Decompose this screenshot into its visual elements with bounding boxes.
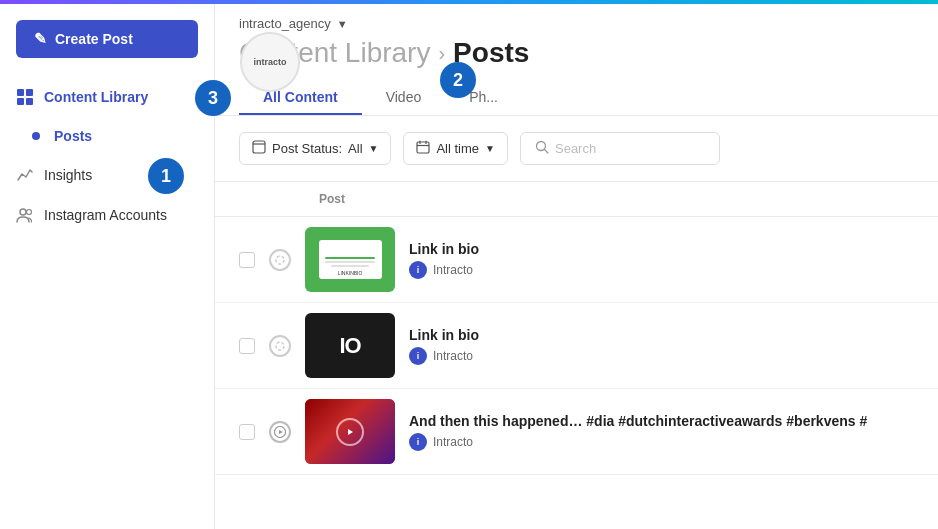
create-post-button[interactable]: ✎ Create Post [16,20,198,58]
svg-marker-18 [348,429,353,435]
account-selector[interactable]: intracto_agency ▼ [239,16,914,31]
sidebar: ✎ Create Post Content Library [0,4,215,529]
svg-point-4 [20,209,26,215]
column-post-label: Post [319,192,345,206]
post-status-filter[interactable]: Post Status: All ▼ [239,132,391,165]
table-header: Post [215,182,938,217]
tabs: All Content Video Ph... [239,81,914,115]
row-checkbox-1[interactable] [239,252,255,268]
account-name-3: Intracto [433,435,473,449]
posts-label: Posts [54,128,92,144]
account-name: intracto_agency [239,16,331,31]
instagram-accounts-label: Instagram Accounts [44,207,167,223]
svg-point-15 [276,342,284,350]
row-status-3 [269,421,291,443]
post-status-value: All [348,141,362,156]
tab-video[interactable]: Video [362,81,446,115]
content-library-label: Content Library [44,89,148,105]
svg-rect-6 [253,141,265,153]
post-status-label: Post Status: [272,141,342,156]
calendar-icon [416,140,430,157]
svg-rect-8 [417,142,429,153]
post-info-1: Link in bio i Intracto [409,241,914,279]
account-avatar-3: i [409,433,427,451]
grid-icon [16,88,34,106]
annotation-badge-1: 1 [148,158,184,194]
breadcrumb-separator: › [438,42,445,65]
post-title-2: Link in bio [409,327,914,343]
chart-icon [16,166,34,184]
sidebar-nav: Content Library Posts Insights [0,78,214,234]
search-icon [535,140,549,157]
dot-icon [32,132,40,140]
insights-label: Insights [44,167,92,183]
table-row: IO Link in bio i Intracto [215,303,938,389]
users-icon [16,206,34,224]
row-status-2 [269,335,291,357]
svg-line-13 [544,150,548,154]
svg-rect-0 [17,89,24,96]
row-checkbox-3[interactable] [239,424,255,440]
sidebar-item-instagram-accounts[interactable]: Instagram Accounts [0,196,214,234]
filters-bar: Post Status: All ▼ All time ▼ [215,116,938,182]
post-thumbnail-3 [305,399,395,464]
svg-rect-1 [26,89,33,96]
sidebar-item-content-library[interactable]: Content Library [0,78,214,116]
svg-rect-3 [26,98,33,105]
filter-icon [252,140,266,157]
post-status-chevron: ▼ [369,143,379,154]
svg-rect-2 [17,98,24,105]
sidebar-item-posts[interactable]: Posts [0,118,214,154]
post-account-3: i Intracto [409,433,914,451]
account-name-2: Intracto [433,349,473,363]
main-header: intracto_agency ▼ Content Library › Post… [215,4,938,116]
time-filter[interactable]: All time ▼ [403,132,508,165]
intracto-logo: intracto [240,32,300,92]
account-avatar-2: i [409,347,427,365]
post-title-3: And then this happened… #dia #dutchinter… [409,413,909,429]
account-avatar-1: i [409,261,427,279]
row-checkbox-2[interactable] [239,338,255,354]
search-box[interactable]: Search [520,132,720,165]
row-status-1 [269,249,291,271]
breadcrumb: Content Library › Posts [239,37,914,69]
annotation-badge-3: 3 [195,80,231,116]
table-row: LINKINBIO Link in bio i Intracto [215,217,938,303]
time-label: All time [436,141,479,156]
post-thumbnail-2: IO [305,313,395,378]
post-account-1: i Intracto [409,261,914,279]
svg-marker-17 [279,430,283,434]
post-thumbnail-1: LINKINBIO [305,227,395,292]
account-name-1: Intracto [433,263,473,277]
post-title-1: Link in bio [409,241,914,257]
annotation-badge-2: 2 [440,62,476,98]
svg-point-5 [27,210,32,215]
chevron-down-icon: ▼ [337,18,348,30]
search-placeholder: Search [555,141,596,156]
post-account-2: i Intracto [409,347,914,365]
time-chevron: ▼ [485,143,495,154]
main-content: intracto_agency ▼ Content Library › Post… [215,4,938,529]
edit-icon: ✎ [34,30,47,48]
post-info-2: Link in bio i Intracto [409,327,914,365]
table-row: And then this happened… #dia #dutchinter… [215,389,938,475]
post-info-3: And then this happened… #dia #dutchinter… [409,413,914,451]
posts-table: Post LINKINBIO [215,182,938,529]
svg-point-14 [276,256,284,264]
